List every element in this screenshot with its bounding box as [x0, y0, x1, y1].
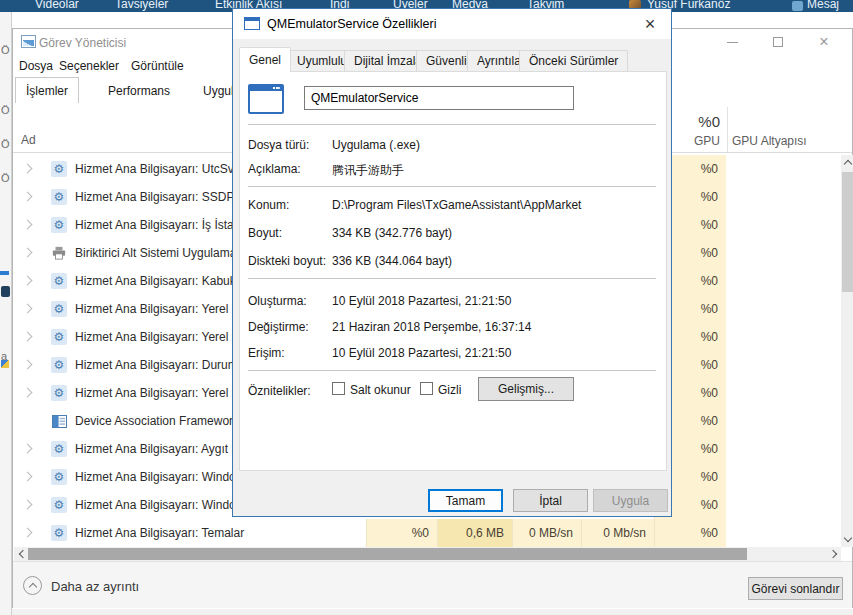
minimize-button[interactable]: [710, 29, 754, 55]
maximize-icon: [773, 37, 783, 47]
expand-chevron-icon[interactable]: [23, 500, 33, 510]
tab-general[interactable]: Genel: [239, 47, 291, 72]
column-divider[interactable]: [727, 107, 728, 152]
tab-previous-versions[interactable]: Önceki Sürümler: [519, 50, 628, 71]
service-gear-icon: ⚙: [51, 161, 67, 177]
cpu-usage-cell: %0: [366, 519, 437, 547]
general-tab-panel: Dosya türü: Uygulama (.exe) Açıklama: 腾讯…: [239, 71, 667, 471]
dialog-tab-strip: Genel Uyumluluk Dijital İmzalar Güvenlik…: [233, 47, 671, 71]
close-button[interactable]: ×: [802, 29, 846, 55]
nav-item-tips[interactable]: Tavsiyeler: [115, 0, 168, 11]
device-framework-icon: [51, 413, 67, 429]
application-icon: [244, 17, 260, 30]
dialog-close-button[interactable]: ×: [637, 11, 663, 37]
process-name: Hizmet Ana Bilgisayarı: Window...: [75, 498, 254, 512]
expand-chevron-icon[interactable]: [23, 528, 33, 538]
service-gear-icon: ⚙: [51, 385, 67, 401]
readonly-checkbox[interactable]: [332, 382, 345, 395]
horizontal-scrollbar[interactable]: [14, 547, 841, 561]
expand-chevron-icon[interactable]: [23, 304, 33, 314]
field-label: Oluşturma:: [248, 294, 307, 308]
scroll-left-button[interactable]: [14, 547, 28, 561]
properties-dialog: QMEmulatorService Özellikleri × Genel Uy…: [232, 8, 672, 517]
file-name-input[interactable]: [304, 86, 574, 110]
ok-button[interactable]: Tamam: [428, 489, 503, 512]
expand-chevron-icon[interactable]: [23, 332, 33, 342]
minimize-icon: [727, 42, 738, 43]
table-row[interactable]: ⚙ Hizmet Ana Bilgisayarı: Temalar %0 0,6…: [13, 519, 841, 547]
exe-file-icon: [248, 84, 284, 114]
process-name: Hizmet Ana Bilgisayarı: Aygıt İliş...: [75, 442, 256, 456]
maximize-button[interactable]: [756, 29, 800, 55]
expand-chevron-icon[interactable]: [23, 276, 33, 286]
selection-accent: [0, 271, 9, 275]
expand-chevron-icon[interactable]: [23, 220, 33, 230]
menu-view[interactable]: Görüntüle: [131, 59, 184, 73]
clipped-text: Ö: [1, 104, 10, 116]
attributes-label: Öznitelikler:: [248, 384, 311, 398]
column-header-name[interactable]: Ad: [21, 133, 36, 147]
window-title: Görev Yöneticisi: [39, 36, 126, 50]
process-name: Hizmet Ana Bilgisayarı: Durum ...: [75, 358, 251, 372]
divider: [248, 370, 656, 371]
process-name: Biriktirici Alt Sistemi Uygulaması: [75, 246, 246, 260]
background-window-edge: Ö Ö Ö Ö a: [0, 12, 12, 615]
nav-item-message[interactable]: Mesaj: [807, 0, 839, 11]
message-icon[interactable]: [792, 1, 803, 11]
menu-options[interactable]: Seçenekler: [59, 59, 119, 73]
service-gear-icon: ⚙: [51, 441, 67, 457]
clipped-file-icon: [1, 360, 9, 368]
clipped-text: Ö: [1, 172, 10, 184]
field-label: Açıklama:: [248, 162, 301, 176]
printer-icon: [51, 245, 67, 261]
service-gear-icon: ⚙: [51, 357, 67, 373]
cancel-button[interactable]: İptal: [513, 489, 588, 512]
dialog-title: QMEmulatorService Özellikleri: [267, 17, 436, 31]
service-gear-icon: ⚙: [51, 301, 67, 317]
dialog-title-bar[interactable]: QMEmulatorService Özellikleri ×: [233, 9, 671, 39]
divider: [248, 278, 656, 279]
expand-chevron-icon[interactable]: [23, 388, 33, 398]
expand-chevron-icon[interactable]: [23, 444, 33, 454]
vertical-scrollbar[interactable]: [841, 155, 853, 547]
disk-usage-cell: 0 MB/sn: [512, 519, 581, 547]
menu-file[interactable]: Dosya: [19, 59, 53, 73]
tab-processes[interactable]: İşlemler: [15, 77, 79, 103]
scroll-down-button[interactable]: [841, 532, 853, 547]
hidden-checkbox[interactable]: [420, 382, 433, 395]
field-value: D:\Program Files\TxGameAssistant\AppMark…: [332, 198, 581, 212]
end-task-button[interactable]: Görevi sonlandır: [748, 577, 843, 600]
expand-chevron-icon[interactable]: [23, 248, 33, 258]
expand-chevron-icon[interactable]: [23, 164, 33, 174]
chevron-up-icon: [843, 160, 851, 168]
scroll-up-button[interactable]: [841, 155, 853, 170]
chevron-down-icon: [843, 534, 851, 542]
field-value: 10 Eylül 2018 Pazartesi, 21:21:50: [332, 294, 511, 308]
advanced-button[interactable]: Gelişmiş...: [478, 377, 574, 401]
expand-chevron-icon[interactable]: [23, 192, 33, 202]
field-value: 21 Haziran 2018 Perşembe, 16:37:14: [332, 320, 531, 334]
chevron-left-icon: [18, 550, 26, 558]
service-gear-icon: ⚙: [51, 497, 67, 513]
column-header-gpu-engine[interactable]: GPU Altyapısı: [732, 134, 807, 148]
clipped-icon: [1, 286, 10, 297]
expand-chevron-icon[interactable]: [23, 360, 33, 370]
readonly-label[interactable]: Salt okunur: [350, 383, 411, 397]
fewer-details-label[interactable]: Daha az ayrıntı: [51, 579, 139, 594]
field-label: Erişim:: [248, 346, 285, 360]
service-gear-icon: ⚙: [51, 469, 67, 485]
fewer-details-toggle[interactable]: [23, 576, 42, 595]
scroll-right-button[interactable]: [827, 547, 841, 561]
apply-button[interactable]: Uygula: [593, 489, 668, 512]
close-icon: ×: [819, 37, 828, 47]
tab-performance[interactable]: Performans: [98, 79, 180, 103]
expand-chevron-icon[interactable]: [23, 472, 33, 482]
field-label: Değiştirme:: [248, 320, 309, 334]
process-name: Hizmet Ana Bilgisayarı: UtcSvc: [75, 162, 240, 176]
footer-bar: Daha az ayrıntı Görevi sonlandır: [13, 561, 852, 608]
nav-item-videos[interactable]: Videolar: [35, 0, 79, 11]
task-manager-icon: [21, 35, 36, 48]
vertical-scroll-thumb[interactable]: [842, 172, 853, 292]
hidden-label[interactable]: Gizli: [438, 383, 461, 397]
horizontal-scroll-thumb[interactable]: [28, 548, 747, 560]
